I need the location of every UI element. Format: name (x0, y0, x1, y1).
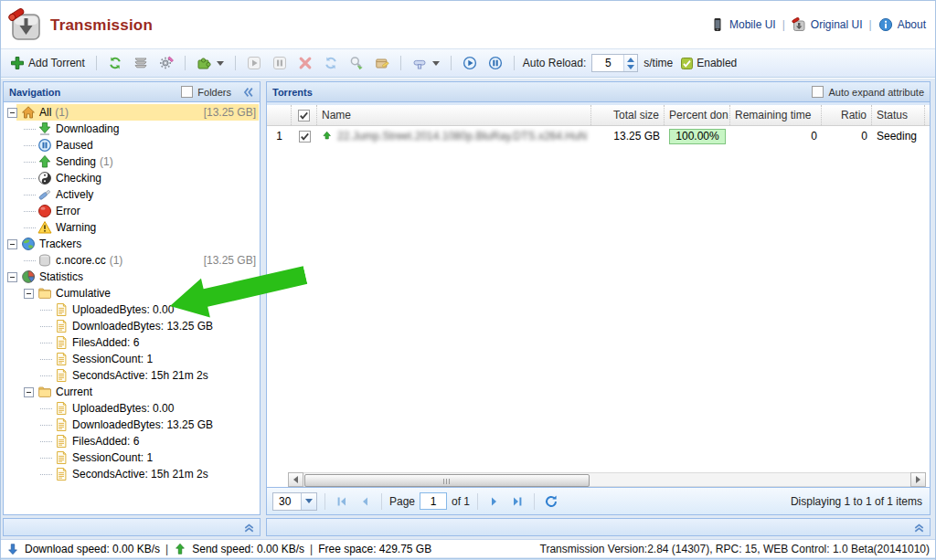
pager-bar: 30 Page of 1 (267, 487, 930, 514)
tree-connector (40, 425, 52, 426)
tree-item-uploadedbytes-0-00[interactable]: UploadedBytes: 0.00 (4, 400, 260, 417)
piechart-icon (21, 269, 36, 284)
folder-icon (37, 286, 52, 301)
tree-item-checking[interactable]: Checking (4, 170, 260, 186)
speed-limit-menu-button[interactable] (410, 54, 442, 72)
tree-item-paused[interactable]: Paused (4, 137, 260, 153)
tree-item-secondsactive-15h-21m-2s[interactable]: SecondsActive: 15h 21m 2s (4, 466, 260, 482)
pause-all-queue-button[interactable] (131, 54, 151, 72)
column-header-ratio[interactable]: Ratio (822, 105, 872, 125)
tree-item-cumulative[interactable]: Cumulative (4, 285, 260, 301)
pause-all-button[interactable] (485, 54, 505, 72)
first-page-button[interactable] (333, 492, 351, 511)
collapse-sidebar-icon[interactable] (241, 86, 254, 99)
paused-icon (37, 138, 52, 153)
tree-item-statistics[interactable]: Statistics (4, 269, 260, 285)
link-separator: | (782, 18, 785, 31)
tree-item-c-ncore-cc[interactable]: c.ncore.cc(1)[13.25 GB] (4, 252, 260, 269)
toolbar: Add TorrentAuto Reload: s/timeEnabled (1, 48, 935, 78)
column-header-name[interactable]: Name (317, 105, 591, 125)
pause-button[interactable] (270, 54, 290, 72)
link-separator: | (869, 18, 872, 31)
status-cell: Seeding (872, 126, 925, 146)
start-all-button[interactable] (460, 54, 480, 72)
auto-expand-checkbox[interactable] (812, 86, 824, 98)
last-page-button[interactable] (508, 492, 526, 511)
recheck-button[interactable] (321, 54, 341, 72)
sidebar-collapsed-panel (3, 518, 261, 536)
about-link[interactable]: About (878, 17, 926, 32)
spinner-up-icon[interactable] (627, 58, 634, 62)
tree-connector (40, 441, 52, 442)
scrollbar-track[interactable] (303, 472, 910, 487)
scroll-right-button[interactable] (910, 472, 926, 487)
column-header-percent-don[interactable]: Percent don (665, 105, 730, 125)
tree-item-downloading[interactable]: Downloading (4, 121, 260, 137)
column-header-status[interactable]: Status (872, 105, 925, 125)
tree-expander-icon[interactable] (24, 289, 34, 299)
original-ui-link[interactable]: Original UI (792, 17, 863, 32)
column-header-remaining-time[interactable]: Remaining time (730, 105, 822, 125)
row-checkbox[interactable] (292, 126, 317, 146)
tree-item-secondsactive-15h-21m-2s[interactable]: SecondsActive: 15h 21m 2s (4, 367, 260, 384)
next-page-button[interactable] (485, 492, 504, 511)
tree-item-error[interactable]: Error (4, 203, 260, 219)
page-number-input[interactable] (420, 492, 447, 510)
folders-checkbox[interactable] (181, 86, 193, 98)
tree-item-filesadded-6[interactable]: FilesAdded: 6 (4, 433, 260, 449)
auto-reload-interval-input[interactable] (592, 55, 623, 71)
start-button[interactable] (244, 54, 264, 72)
mobile-ui-link[interactable]: Mobile UI (710, 17, 776, 32)
page-size-dropdown-icon[interactable] (301, 493, 316, 510)
prev-page-button[interactable] (356, 492, 374, 511)
folders-label: Folders (197, 87, 231, 98)
tree-item-current[interactable]: Current (4, 384, 260, 400)
page-size-select[interactable]: 30 (272, 492, 317, 511)
expand-up-icon[interactable] (242, 521, 256, 537)
tree-connector (24, 178, 36, 179)
send-speed-text: Send speed: 0.00 KB/s (192, 543, 304, 555)
expand-up-icon[interactable] (912, 521, 926, 537)
tree-expander-icon[interactable] (7, 108, 17, 118)
tree-item-downloadedbytes-13-25-gb[interactable]: DownloadedBytes: 13.25 GB (4, 417, 260, 433)
spinner-down-icon[interactable] (627, 65, 634, 69)
tree-item-filesadded-6[interactable]: FilesAdded: 6 (4, 334, 260, 351)
refresh-page-button[interactable] (542, 492, 560, 511)
stack-icon (133, 56, 148, 70)
tree-connector (40, 375, 52, 376)
select-all-checkbox[interactable] (292, 105, 317, 125)
tree-item-warning[interactable]: Warning (4, 219, 260, 236)
tree-item-all[interactable]: All(1)[13.25 GB] (4, 104, 260, 121)
reload-button[interactable] (105, 54, 125, 72)
tree-item-uploadedbytes-0-00[interactable]: UploadedBytes: 0.00 (4, 301, 260, 318)
toolbar-separator (96, 56, 97, 70)
auto-reload-enabled-checkbox[interactable]: Enabled (678, 55, 739, 71)
tree-connector (40, 310, 52, 311)
tree-expander-icon[interactable] (24, 387, 34, 397)
more-peers-button[interactable] (346, 54, 367, 72)
change-dir-button[interactable] (372, 54, 392, 72)
tree-item-downloadedbytes-13-25-gb[interactable]: DownloadedBytes: 13.25 GB (4, 318, 260, 334)
plugin-menu-button[interactable] (194, 54, 227, 72)
add-torrent-button[interactable]: Add Torrent (7, 54, 88, 72)
pause-btn-icon (272, 56, 287, 70)
horizontal-scrollbar[interactable] (288, 471, 926, 487)
settings-button[interactable] (156, 54, 176, 72)
auto-reload-interval-spinner[interactable] (591, 54, 638, 72)
scroll-left-button[interactable] (288, 472, 303, 487)
table-row[interactable]: 1 22.Jump.Street.2014.1080p.BluRay.DTS.x… (267, 126, 930, 146)
tree-connector (24, 195, 36, 195)
tree-expander-icon[interactable] (7, 272, 17, 282)
tree-item-sending[interactable]: Sending(1) (4, 153, 260, 170)
tree-item-actively[interactable]: Actively (4, 186, 260, 203)
tree-item-count: (1) (100, 155, 113, 168)
tree-expander-icon[interactable] (7, 239, 17, 249)
tree-item-sessioncount-1[interactable]: SessionCount: 1 (4, 449, 260, 466)
scrollbar-thumb[interactable] (304, 474, 590, 487)
torrent-name-cell[interactable]: 22.Jump.Street.2014.1080p.BluRay.DTS.x26… (317, 126, 591, 146)
remove-icon (298, 56, 313, 70)
tree-item-trackers[interactable]: Trackers (4, 236, 260, 252)
remove-button[interactable] (295, 54, 315, 72)
column-header-total-size[interactable]: Total size (591, 105, 665, 125)
tree-item-sessioncount-1[interactable]: SessionCount: 1 (4, 351, 260, 367)
